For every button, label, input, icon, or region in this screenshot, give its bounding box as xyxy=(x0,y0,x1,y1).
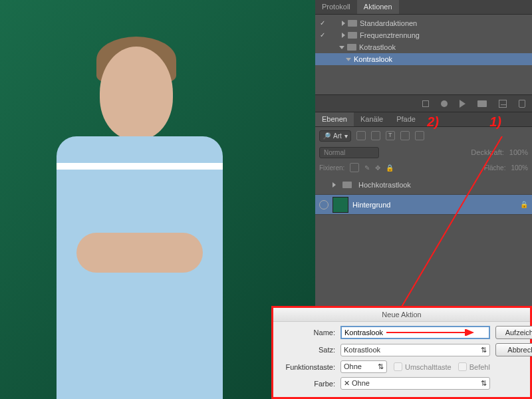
document-canvas xyxy=(0,0,315,399)
action-set-standard[interactable]: Standardaktionen xyxy=(315,17,532,29)
blend-row: Normal Deckkraft: 100% xyxy=(315,144,532,160)
tab-ebenen[interactable]: Ebenen xyxy=(315,112,354,126)
satz-label: Satz: xyxy=(279,346,335,354)
chevron-down-icon: ▾ xyxy=(344,132,348,140)
tab-aktionen[interactable]: Aktionen xyxy=(357,0,399,14)
trash-icon[interactable] xyxy=(519,100,525,108)
action-label: Kontraslook xyxy=(354,55,392,63)
filter-type-icon[interactable]: T xyxy=(386,131,395,140)
farbe-select[interactable]: ✕ Ohne⇅ xyxy=(340,377,490,390)
disclosure-icon[interactable] xyxy=(346,58,351,61)
lock-icon: 🔒 xyxy=(520,201,528,208)
panel-dock: Protokoll Aktionen Standardaktionen Freq… xyxy=(315,0,532,306)
actions-toolbar xyxy=(315,94,532,112)
fill-value[interactable]: 100% xyxy=(511,164,528,172)
dialog-toggle-icon[interactable] xyxy=(327,43,336,52)
check-icon[interactable] xyxy=(318,31,327,40)
folder-icon xyxy=(348,32,357,39)
fill-label: Fläche: xyxy=(484,164,506,172)
action-set-freq[interactable]: Frequenztrennung xyxy=(315,29,532,41)
check-icon[interactable] xyxy=(318,19,327,28)
record-icon[interactable] xyxy=(441,100,448,107)
dialog-toggle-icon[interactable] xyxy=(330,19,339,28)
tab-protokoll[interactable]: Protokoll xyxy=(315,0,357,14)
stop-icon[interactable] xyxy=(422,100,429,107)
lock-brush-icon[interactable]: ✎ xyxy=(364,164,370,172)
play-icon[interactable] xyxy=(460,100,466,108)
action-kontraslook[interactable]: Kontraslook xyxy=(315,53,532,65)
shift-checkbox[interactable]: Umschalttaste xyxy=(394,362,452,371)
lock-row: Fixieren: ✎ ✥ 🔒 Fläche: 100% xyxy=(315,160,532,175)
name-label: Name: xyxy=(279,329,335,336)
layer-label: Hintergrund xyxy=(352,201,390,209)
cmd-checkbox[interactable]: Befehl xyxy=(458,362,490,371)
lock-trans-icon[interactable] xyxy=(350,163,359,172)
dialog-title: Neue Aktion xyxy=(273,308,530,322)
disclosure-icon[interactable] xyxy=(332,182,336,188)
filter-smart-icon[interactable] xyxy=(415,131,424,140)
cancel-button[interactable]: Abbrechen xyxy=(495,343,532,356)
visibility-icon[interactable] xyxy=(319,200,329,209)
farbe-label: Farbe: xyxy=(279,380,335,388)
folder-icon xyxy=(342,182,352,188)
action-set-kotrast[interactable]: Kotrastlook xyxy=(315,41,532,53)
layer-label: Hochkotrastlook xyxy=(358,181,411,189)
opacity-label: Deckkraft: xyxy=(471,148,504,156)
lock-move-icon[interactable]: ✥ xyxy=(375,164,380,172)
annotation-2: 2) xyxy=(427,114,439,130)
dialog-toggle-icon[interactable] xyxy=(330,31,339,40)
disclosure-icon[interactable] xyxy=(342,33,345,38)
actions-tree: Standardaktionen Frequenztrennung Kotras… xyxy=(315,15,532,94)
disclosure-icon[interactable] xyxy=(342,21,345,26)
layer-hintergrund[interactable]: Hintergrund 🔒 xyxy=(315,195,532,215)
lock-label: Fixieren: xyxy=(319,164,344,172)
fn-select[interactable]: Ohne⇅ xyxy=(340,360,387,373)
filter-adjust-icon[interactable] xyxy=(371,131,380,140)
record-button[interactable]: Aufzeichnen xyxy=(495,326,532,339)
action-label: Kotrastlook xyxy=(359,43,396,51)
action-label: Standardaktionen xyxy=(360,19,417,27)
tab-pfade[interactable]: Pfade xyxy=(390,112,422,126)
action-label: Frequenztrennung xyxy=(360,31,420,39)
filter-pixel-icon[interactable] xyxy=(356,131,366,140)
annotation-1: 1) xyxy=(489,114,501,130)
search-icon: 🔎 xyxy=(323,132,331,140)
satz-select[interactable]: Kotrastlook⇅ xyxy=(340,344,490,356)
lock-all-icon[interactable]: 🔒 xyxy=(386,164,394,172)
blend-mode-select[interactable]: Normal xyxy=(319,147,379,158)
chevron-updown-icon: ⇅ xyxy=(481,379,487,388)
layer-group-hochkontrast[interactable]: Hochkotrastlook xyxy=(315,175,532,195)
layer-thumbnail xyxy=(332,197,348,213)
tab-kanaele[interactable]: Kanäle xyxy=(354,112,390,126)
fn-label: Funktionstaste: xyxy=(279,363,335,371)
filter-kind-select[interactable]: 🔎 Art ▾ xyxy=(319,130,351,142)
disclosure-icon[interactable] xyxy=(339,46,344,49)
chevron-updown-icon: ⇅ xyxy=(481,346,487,354)
filter-shape-icon[interactable] xyxy=(400,131,410,140)
folder-icon xyxy=(347,44,356,51)
new-action-icon[interactable] xyxy=(499,100,507,108)
new-action-dialog: Neue Aktion Name: Aufzeichnen Satz: Kotr… xyxy=(271,306,532,399)
photo-subject xyxy=(27,27,253,399)
actions-panel-tabs: Protokoll Aktionen xyxy=(315,0,532,15)
chevron-updown-icon: ⇅ xyxy=(378,362,384,371)
new-set-icon[interactable] xyxy=(477,100,487,107)
name-input[interactable] xyxy=(340,326,490,339)
opacity-value[interactable]: 100% xyxy=(509,148,528,156)
folder-icon xyxy=(348,20,357,27)
visibility-icon[interactable] xyxy=(319,180,329,190)
